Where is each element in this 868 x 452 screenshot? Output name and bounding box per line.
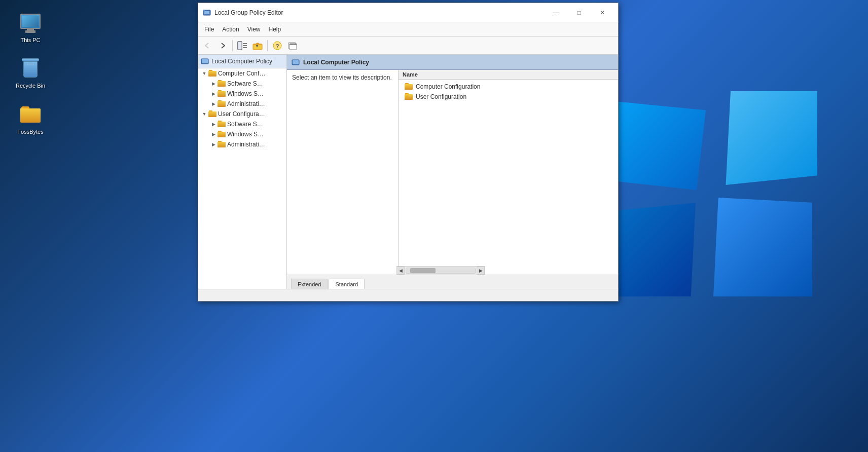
menubar: File Action View Help [198, 22, 618, 36]
fossbytes-icon[interactable]: FossBytes [10, 102, 51, 137]
content-area: Local Computer Policy ▼ Computer Configu… [198, 55, 618, 289]
bottom-tabs: Extended Standard [287, 275, 618, 289]
folder-icon-sw-settings-1 [218, 80, 226, 87]
folder-icon-user-config [208, 110, 216, 118]
toolbar: ? [198, 36, 618, 55]
expander-user-config[interactable]: ▼ [200, 110, 208, 118]
folder-icon-sw-settings-2 [218, 121, 226, 128]
menu-file[interactable]: File [200, 25, 218, 34]
fossbytes-image [19, 104, 42, 126]
tree-label-win-settings-1: Windows Settings [227, 90, 265, 97]
expander-sw-settings-2[interactable]: ▶ [209, 120, 218, 128]
tree-scroll-thumb[interactable] [410, 268, 436, 273]
tree-node-computer-config[interactable]: ▼ Computer Configura... [198, 68, 286, 79]
tree-label-win-settings-2: Windows Settings [227, 131, 265, 138]
folder-icon-admin-templates-2 [218, 141, 226, 148]
expander-admin-templates-1[interactable]: ▶ [209, 100, 218, 108]
new-window-button[interactable] [285, 39, 300, 53]
tree-node-win-settings-1[interactable]: ▶ Windows Settings [198, 89, 286, 99]
tree-scroll-left[interactable]: ◀ [396, 267, 405, 275]
expander-admin-templates-2[interactable]: ▶ [209, 140, 218, 148]
folder-icon-computer-config [208, 70, 216, 77]
description-text: Select an item to view its description. [292, 74, 392, 81]
svg-rect-8 [253, 44, 262, 50]
tree-scroll-track [406, 268, 476, 274]
toolbar-separator-1 [232, 40, 233, 51]
svg-text:?: ? [276, 43, 279, 49]
file-row-name-computer-config: Computer Configuration [416, 83, 480, 90]
file-row-icon-computer-config [405, 83, 413, 90]
column-header-name: Name [399, 70, 618, 80]
fossbytes-label: FossBytes [17, 128, 43, 135]
desktop-icons: This PC Recycle Bin Foss [10, 10, 51, 137]
recycle-bin-icon[interactable]: Recycle Bin [10, 56, 51, 91]
folder-icon-admin-templates-1 [218, 100, 226, 107]
folder-icon-win-settings-1 [218, 90, 226, 97]
tree-scroll-right[interactable]: ▶ [477, 267, 485, 275]
tree-hscroll: ◀ ▶ [396, 266, 485, 275]
this-pc-image [19, 12, 42, 34]
this-pc-label: This PC [20, 36, 40, 44]
svg-rect-14 [290, 44, 297, 45]
titlebar-controls: — □ ✕ [544, 5, 614, 20]
tree-header-icon [200, 57, 209, 66]
menu-action[interactable]: Action [218, 25, 243, 34]
svg-rect-2 [203, 10, 205, 11]
tree-label-sw-settings-1: Software Settings [227, 80, 265, 87]
titlebar: Local Group Policy Editor — □ ✕ [198, 3, 618, 22]
file-list-pane: Name Computer Configuration [399, 70, 618, 275]
file-row-icon-user-config [405, 93, 413, 100]
tree-node-sw-settings-1[interactable]: ▶ Software Settings [198, 79, 286, 89]
maximize-button[interactable]: □ [567, 5, 591, 20]
right-panel: Local Computer Policy Select an item to … [287, 55, 618, 289]
tree-label-admin-templates-2: Administrative Te... [227, 141, 265, 148]
back-button[interactable] [200, 39, 214, 53]
svg-rect-1 [204, 11, 209, 14]
show-hide-tree-button[interactable] [235, 39, 249, 53]
tree-label-admin-templates-1: Administrative Te... [227, 100, 265, 107]
titlebar-app-icon [202, 8, 211, 17]
help-button[interactable]: ? [270, 39, 284, 53]
this-pc-icon[interactable]: This PC [10, 10, 51, 46]
expander-sw-settings-1[interactable]: ▶ [209, 80, 218, 88]
forward-button[interactable] [215, 39, 230, 53]
up-button[interactable] [250, 39, 265, 53]
toolbar-separator-2 [267, 40, 268, 51]
right-header-title: Local Computer Policy [303, 59, 369, 66]
minimize-button[interactable]: — [544, 5, 567, 20]
split-content: Select an item to view its description. … [287, 70, 618, 275]
titlebar-title: Local Group Policy Editor [214, 9, 544, 16]
tree-node-admin-templates-1[interactable]: ▶ Administrative Te... [198, 99, 286, 109]
tab-standard[interactable]: Standard [329, 279, 365, 289]
file-row-name-user-config: User Configuration [416, 93, 466, 100]
tab-extended[interactable]: Extended [291, 279, 328, 289]
svg-marker-9 [254, 43, 262, 44]
file-list: Computer Configuration User Configuratio… [399, 80, 618, 275]
tree-node-admin-templates-2[interactable]: ▶ Administrative Te... [198, 139, 286, 149]
tree-label-user-config: User Configuration [218, 110, 266, 118]
tree-panel: Local Computer Policy ▼ Computer Configu… [198, 55, 287, 289]
win-logo-pane-tl [614, 101, 706, 190]
svg-rect-16 [202, 59, 208, 63]
menu-view[interactable]: View [243, 25, 265, 34]
close-button[interactable]: ✕ [591, 5, 614, 20]
tree-node-sw-settings-2[interactable]: ▶ Software Settings [198, 119, 286, 129]
expander-computer-config[interactable]: ▼ [200, 69, 208, 78]
statusbar [198, 289, 618, 301]
expander-win-settings-1[interactable]: ▶ [209, 90, 218, 98]
right-panel-header: Local Computer Policy [287, 55, 618, 70]
win-logo-pane-br [713, 198, 812, 296]
description-pane: Select an item to view its description. [287, 70, 399, 275]
right-header-icon [291, 58, 300, 67]
recycle-bin-label: Recycle Bin [16, 82, 45, 89]
recycle-bin-image [19, 58, 42, 80]
expander-win-settings-2[interactable]: ▶ [209, 130, 218, 138]
tree-header: Local Computer Policy [198, 55, 286, 68]
tree-node-user-config[interactable]: ▼ User Configuration [198, 109, 286, 119]
tree-label-computer-config: Computer Configura... [218, 70, 266, 77]
menu-help[interactable]: Help [265, 25, 285, 34]
tree-node-win-settings-2[interactable]: ▶ Windows Settings [198, 129, 286, 139]
tree-header-text: Local Computer Policy [211, 58, 272, 65]
file-row-computer-config[interactable]: Computer Configuration [403, 82, 614, 92]
file-row-user-config[interactable]: User Configuration [403, 92, 614, 102]
